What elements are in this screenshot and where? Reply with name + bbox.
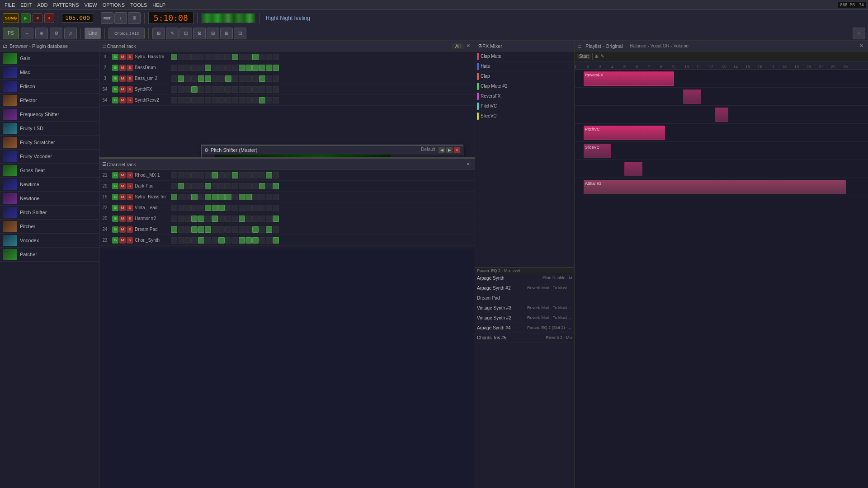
pad[interactable] [232,75,238,82]
pad[interactable] [232,183,238,189]
track-segment[interactable]: SliceVC [584,144,611,158]
pad[interactable] [225,194,231,200]
ch-g-btn[interactable]: G [112,226,118,233]
pad[interactable] [218,172,225,178]
ch-g-btn[interactable]: G [112,194,118,200]
plugin-item-patcher[interactable]: Patcher [0,248,99,262]
pad[interactable] [198,97,204,103]
ps-val2[interactable]: 85.00 [440,157,460,158]
ch-g-btn[interactable]: G [112,86,118,93]
ch-m-btn[interactable]: M [119,75,126,82]
pad[interactable] [232,86,238,93]
pad[interactable] [191,97,198,103]
pad[interactable] [259,183,265,189]
channel-row[interactable]: 23GMSChor._Synth [99,235,475,246]
pad[interactable] [184,86,191,93]
pad[interactable] [191,86,198,93]
pad[interactable] [171,75,177,82]
pad[interactable] [171,216,177,222]
playlist-close[interactable]: ✕ [858,43,865,49]
pitch-shifter-title-bar[interactable]: ⚙ Pitch Shifter (Master) Default ◀ ▶ ✕ [202,145,463,155]
pad[interactable] [178,183,184,189]
pad[interactable] [218,97,225,103]
ch-m-btn[interactable]: M [119,194,126,200]
pad[interactable] [239,97,245,103]
pad[interactable] [178,226,184,233]
mixer-channel-item[interactable]: PitchVC [475,101,574,111]
pad[interactable] [252,65,259,71]
pad[interactable] [218,65,225,71]
pad[interactable] [205,216,211,222]
pad[interactable] [239,183,245,189]
menu-patterns[interactable]: PATTERNS [51,1,82,9]
menu-file[interactable]: FILE [2,1,18,9]
pad[interactable] [178,216,184,222]
ch-s-btn[interactable]: S [127,54,133,60]
menu-view[interactable]: VIEW [82,1,100,9]
pad[interactable] [252,183,259,189]
pad[interactable] [232,54,238,60]
pad[interactable] [205,172,211,178]
channel-rack-filter[interactable]: All [452,43,464,49]
plugin-item-misc[interactable]: Misc [0,66,99,80]
pad[interactable] [232,194,238,200]
pad[interactable] [266,194,272,200]
ps-val1[interactable]: 0.00 [393,157,414,158]
pad[interactable] [252,97,259,103]
pad[interactable] [252,205,259,211]
plugin-item-fruity-scratcher[interactable]: Fruity Scratcher [0,136,99,150]
pad[interactable] [191,183,198,189]
pad[interactable] [245,65,252,71]
pad[interactable] [259,97,265,103]
bottom-mixer-channel-item[interactable]: Vintage Synth #2Reverb Mod - To Master #… [475,313,574,323]
channel-rack-close-btn[interactable]: ✕ [464,43,472,49]
more-tools-btn[interactable]: › [853,28,865,39]
pad[interactable] [205,237,211,244]
pad[interactable] [225,183,231,189]
channel-row[interactable]: 3GMSBass_um 2 [99,73,475,84]
pad[interactable] [178,97,184,103]
ch-g-btn[interactable]: G [112,183,118,189]
chord-display[interactable]: Chords..t #13 [108,28,145,39]
record-button[interactable]: ● [44,13,54,23]
plugin-item-frequency-shifter[interactable]: Frequency Shifter [0,108,99,122]
plugin-item-vocodex[interactable]: Vocodex [0,234,99,248]
ch-g-btn[interactable]: G [112,75,118,82]
bottom-mixer-channel-item[interactable]: Vintage Synth #3Reverb Mod - To Master #… [475,303,574,313]
pad[interactable] [266,65,272,71]
track-segment[interactable]: PitchVC [584,126,665,140]
pitch-shifter-icon-btn[interactable]: PS [3,28,19,39]
pad[interactable] [198,183,204,189]
pad[interactable] [191,65,198,71]
pad[interactable] [273,75,279,82]
tool4-btn[interactable]: ⊠ [193,28,206,39]
ch-s-btn[interactable]: S [127,194,133,200]
pad[interactable] [239,237,245,244]
ch-m-btn[interactable]: M [119,216,126,222]
pt-snap-icon[interactable]: ⊞ [594,53,599,59]
mixer-channel-item[interactable]: ReversFX [475,91,574,101]
pad[interactable] [259,65,265,71]
ch-m-btn[interactable]: M [119,183,126,189]
pad[interactable] [239,216,245,222]
pad[interactable] [266,86,272,93]
pad[interactable] [205,65,211,71]
mixer-channel-item[interactable]: Clap Mute [475,52,574,61]
pad[interactable] [245,183,252,189]
pad[interactable] [184,226,191,233]
pad[interactable] [252,237,259,244]
channel-row[interactable]: 21GMSRhod._MX 1 [99,170,475,181]
pad[interactable] [171,97,177,103]
pad[interactable] [198,205,204,211]
pad[interactable] [178,75,184,82]
ch-s-btn[interactable]: S [127,86,133,93]
track-segment[interactable] [683,89,701,104]
pad[interactable] [178,86,184,93]
pad[interactable] [232,237,238,244]
pad[interactable] [266,205,272,211]
pad[interactable] [218,86,225,93]
pad[interactable] [198,194,204,200]
ch-m-btn[interactable]: M [119,205,126,211]
pad[interactable] [266,183,272,189]
pad[interactable] [245,205,252,211]
